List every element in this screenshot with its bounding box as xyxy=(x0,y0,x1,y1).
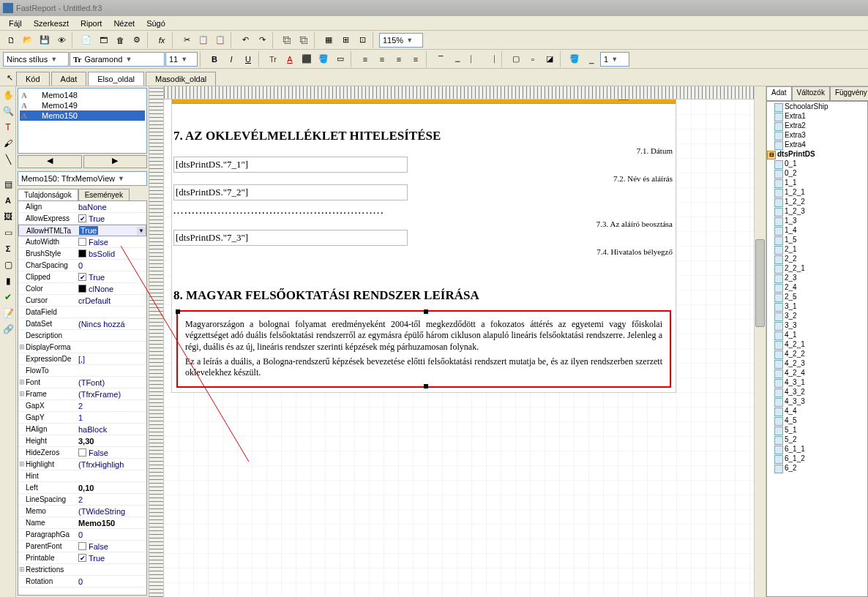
checkbox-icon[interactable] xyxy=(78,542,86,550)
data-field[interactable]: 3_1 xyxy=(767,301,867,311)
data-field[interactable]: 4_4 xyxy=(767,406,867,416)
prop-row-cursor[interactable]: CursorcrDefault xyxy=(18,295,146,307)
data-field[interactable]: 4_2_3 xyxy=(767,358,867,368)
prop-row-allowhtmlta[interactable]: AllowHTMLTaTrue▼ xyxy=(18,225,146,236)
prop-row-autowidth[interactable]: AutoWidthFalse xyxy=(18,236,146,248)
grid-button[interactable]: ▦ xyxy=(321,32,337,48)
menu-view[interactable]: Nézet xyxy=(108,18,141,29)
data-field[interactable]: 4_3_1 xyxy=(767,378,867,387)
border-bottom-button[interactable]: ⎽ xyxy=(449,51,465,67)
menu-help[interactable]: Súgó xyxy=(141,18,171,29)
prop-row-paragraphga[interactable]: ParagraphGa0 xyxy=(18,529,146,541)
data-field[interactable]: 4_2_1 xyxy=(767,339,867,349)
tab-functions[interactable]: Függvény xyxy=(830,86,868,100)
draw-tool-icon[interactable]: ▢ xyxy=(1,258,15,272)
richtext-tool-icon[interactable]: 📝 xyxy=(1,306,15,320)
data-field[interactable]: 1_2_3 xyxy=(767,206,867,216)
subreport-tool-icon[interactable]: ▭ xyxy=(1,225,15,240)
tab-properties[interactable]: Tulajdonságok xyxy=(18,189,78,200)
menu-report[interactable]: Riport xyxy=(75,18,108,29)
prop-row-gapy[interactable]: GapY1 xyxy=(18,412,146,424)
prop-value[interactable]: 0 xyxy=(75,577,146,586)
tree-memo148[interactable]: Memo148 xyxy=(20,90,145,100)
bold-button[interactable]: B xyxy=(206,51,222,67)
prop-value[interactable]: 0 xyxy=(75,261,146,270)
cut-button[interactable]: ✂ xyxy=(179,32,195,48)
data-field[interactable]: 1_3 xyxy=(767,216,867,225)
tab-page2[interactable]: Masodik_oldal xyxy=(146,72,216,86)
new-page-button[interactable]: 📄 xyxy=(78,32,94,48)
ungroup-button[interactable]: ⿻ xyxy=(296,32,312,48)
prop-row-frame[interactable]: Frame(TfrxFrame) xyxy=(18,388,146,400)
prop-row-left[interactable]: Left0,10 xyxy=(18,482,146,494)
redo-button[interactable]: ↷ xyxy=(254,32,270,48)
prop-value[interactable]: ✔True xyxy=(75,554,146,563)
memo-tool-icon[interactable]: A xyxy=(1,193,15,208)
prop-row-name[interactable]: NameMemo150 xyxy=(18,517,146,529)
report-tree[interactable]: Memo148 Memo149 Memo150 Masodik_oldal xyxy=(18,88,147,154)
prop-row-font[interactable]: Font(TFont) xyxy=(18,377,146,388)
prop-row-allowexpress[interactable]: AllowExpress✔True xyxy=(18,213,146,225)
field-7-3[interactable]: [dtsPrintDS."7_3"] xyxy=(173,230,408,246)
prop-row-datafield[interactable]: DataField xyxy=(18,307,146,318)
tab-data-right[interactable]: Adat xyxy=(766,86,792,100)
prop-row-brushstyle[interactable]: BrushStylebsSolid xyxy=(18,248,146,260)
data-field[interactable]: 1_2_1 xyxy=(767,187,867,197)
prop-row-halign[interactable]: HAlignhaBlock xyxy=(18,424,146,435)
fill-color-button[interactable]: 🪣 xyxy=(315,51,332,67)
data-field[interactable]: 1_1 xyxy=(767,178,867,187)
data-field[interactable]: 6_2 xyxy=(767,463,867,473)
prop-value[interactable]: False xyxy=(75,448,146,457)
prop-value[interactable]: 2 xyxy=(75,495,146,504)
new-button[interactable]: 🗋 xyxy=(3,32,19,48)
prop-row-gapx[interactable]: GapX2 xyxy=(18,400,146,412)
font-settings-button[interactable]: Tr xyxy=(265,51,281,67)
prop-value[interactable]: (TfrxHighligh xyxy=(75,460,146,469)
tab-events[interactable]: Események xyxy=(78,189,130,200)
border-none-button[interactable]: ▫ xyxy=(525,51,541,67)
data-field[interactable]: 2_5 xyxy=(767,292,867,301)
align-right-button[interactable]: ≡ xyxy=(391,51,407,67)
data-field[interactable]: 5_1 xyxy=(767,425,867,435)
paste-button[interactable]: 📋 xyxy=(212,32,228,48)
prop-value[interactable]: False xyxy=(75,542,146,551)
prop-value[interactable]: Memo150 xyxy=(75,519,146,527)
prop-value[interactable]: (TfrxFrame) xyxy=(75,390,146,399)
zoom-combo[interactable]: 115% ▼ xyxy=(379,33,423,48)
fit-grid-button[interactable]: ⊡ xyxy=(354,32,370,48)
page-settings-button[interactable]: ⚙ xyxy=(129,32,145,48)
group-button[interactable]: ⿻ xyxy=(279,32,295,48)
prop-value[interactable]: ✔True xyxy=(75,273,146,282)
scrollbar-thumb[interactable] xyxy=(755,239,765,327)
prop-row-hint[interactable]: Hint xyxy=(18,470,146,482)
design-canvas[interactable]: kapcsolatos honlapjáról kiindulva (jelen… xyxy=(164,100,754,597)
data-field[interactable]: 2_2 xyxy=(767,254,867,263)
prop-value[interactable]: [,] xyxy=(75,355,146,364)
border-right-button[interactable]: ⎹ xyxy=(483,51,499,67)
border-top-button[interactable]: ⎺ xyxy=(433,51,449,67)
frame-button[interactable]: ▭ xyxy=(332,51,348,67)
data-field[interactable]: 1_5 xyxy=(767,235,867,244)
align-center-button[interactable]: ≡ xyxy=(374,51,390,67)
data-field[interactable]: Extra1 xyxy=(767,111,867,121)
prop-value[interactable]: (Nincs hozzá xyxy=(75,320,146,328)
border-width-combo[interactable]: 1 ▼ xyxy=(600,52,629,67)
object-inspector-combo[interactable]: Memo150: TfrxMemoView ▼ xyxy=(18,171,147,186)
checkbox-icon[interactable]: ✔ xyxy=(78,554,86,562)
data-field[interactable]: 4_3_3 xyxy=(767,397,867,406)
property-grid[interactable]: AlignbaNoneAllowExpress✔TrueAllowHTMLTaT… xyxy=(18,200,147,596)
prop-row-linespacing[interactable]: LineSpacing2 xyxy=(18,494,146,506)
style-combo[interactable]: Nincs stílus ▼ xyxy=(3,52,69,67)
prop-value[interactable]: 0,10 xyxy=(75,484,146,492)
prop-row-charspacing[interactable]: CharSpacing0 xyxy=(18,260,146,271)
data-field[interactable]: 2_4 xyxy=(767,282,867,292)
prop-row-memo[interactable]: Memo(TWideString xyxy=(18,506,146,517)
memo150-selection[interactable]: Magyarországon a bolognai folyamat eredm… xyxy=(176,310,671,388)
label-7-2[interactable]: 7.2. Név és aláírás xyxy=(441,174,676,183)
variables-button[interactable]: fx xyxy=(154,32,170,48)
prop-value[interactable]: (TWideString xyxy=(75,507,146,516)
italic-button[interactable]: I xyxy=(223,51,239,67)
prop-value[interactable]: ✔True xyxy=(75,214,146,223)
prop-row-printable[interactable]: Printable✔True xyxy=(18,552,146,564)
new-dialog-button[interactable]: 🗔 xyxy=(95,32,111,48)
